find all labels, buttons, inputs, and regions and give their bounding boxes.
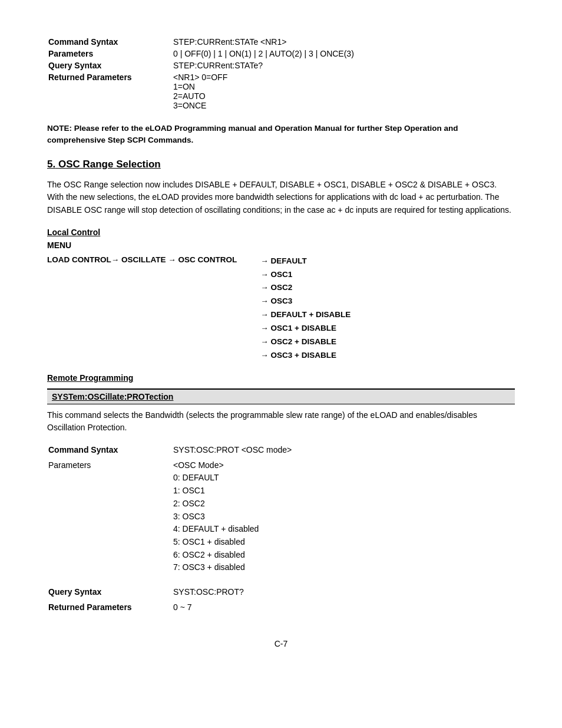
query-syntax-value: STEP:CURRent:STATe? [167, 60, 514, 71]
menu-right-item: → OSC2 + DISABLE [260, 335, 351, 349]
menu-right: → DEFAULT→ OSC1→ OSC2→ OSC3→ DEFAULT + D… [260, 255, 351, 363]
menu-right-item: → DEFAULT + DISABLE [260, 308, 351, 322]
section5-body: The OSC Range selection now includes DIS… [47, 179, 515, 217]
rp-returned-parameters-value: 0 ~ 7 [167, 601, 514, 615]
menu-right-item: → OSC3 [260, 295, 351, 308]
query-syntax-label: Query Syntax [48, 60, 166, 71]
parameters-label: Parameters [48, 48, 166, 59]
rp-returned-parameters-label: Returned Parameters [48, 601, 166, 615]
command-syntax-label: Command Syntax [48, 37, 166, 47]
menu-row: LOAD CONTROL→ OSCILLATE → OSC CONTROL → … [47, 255, 515, 363]
menu-left: LOAD CONTROL→ OSCILLATE → OSC CONTROL [47, 255, 237, 264]
section5-heading: 5. OSC Range Selection [47, 159, 515, 170]
command-syntax-value: STEP:CURRent:STATe <NR1> [167, 37, 514, 47]
menu-label: MENU [47, 241, 515, 250]
returned-parameters-values: <NR1> 0=OFF1=ON2=AUTO3=ONCE [167, 72, 514, 111]
remote-params-table: Command Syntax SYST:OSC:PROT <OSC mode> … [47, 442, 515, 615]
page-footer: C-7 [47, 639, 515, 648]
rp-query-syntax-label: Query Syntax [48, 585, 166, 599]
menu-right-item: → OSC1 + DISABLE [260, 322, 351, 335]
rp-command-syntax-label: Command Syntax [48, 443, 166, 457]
step-command-table: Command Syntax STEP:CURRent:STATe <NR1> … [47, 35, 515, 112]
section5-number: 5. [47, 159, 55, 170]
rp-query-syntax-value: SYST:OSC:PROT? [167, 585, 514, 599]
remote-programming-heading: Remote Programming [47, 373, 515, 383]
cmd-section-title: SYSTem:OSCillate:PROTection [47, 389, 515, 404]
rp-parameters-label: Parameters [48, 459, 166, 575]
returned-parameters-label: Returned Parameters [48, 72, 166, 111]
page-number: C-7 [275, 639, 288, 648]
menu-right-item: → DEFAULT [260, 255, 351, 268]
rp-command-syntax-value: SYST:OSC:PROT <OSC mode> [167, 443, 514, 457]
parameters-value: 0 | OFF(0) | 1 | ON(1) | 2 | AUTO(2) | 3… [167, 48, 514, 59]
rp-parameters-values: <OSC Mode>0: DEFAULT1: OSC12: OSC23: OSC… [167, 459, 514, 575]
menu-right-item: → OSC1 [260, 268, 351, 282]
local-control-heading: Local Control [47, 228, 515, 237]
menu-right-item: → OSC2 [260, 281, 351, 295]
note-text: NOTE: Please refer to the eLOAD Programm… [47, 123, 515, 147]
section5-title: OSC Range Selection [58, 159, 161, 170]
menu-right-item: → OSC3 + DISABLE [260, 349, 351, 363]
cmd-description: This command selects the Bandwidth (sele… [47, 409, 515, 434]
